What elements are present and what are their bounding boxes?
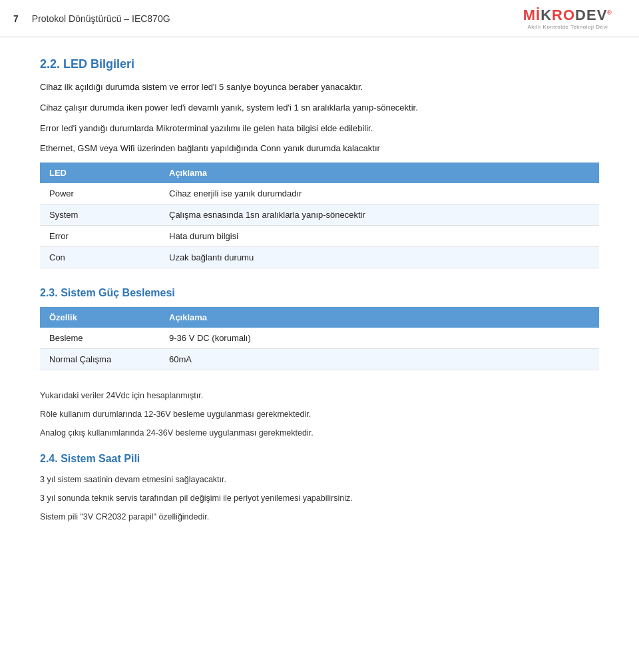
led-row-col1: System [40, 204, 160, 226]
power-table-row: Besleme9-36 V DC (korumalı) [40, 328, 599, 349]
power-row-col2: 9-36 V DC (korumalı) [160, 328, 599, 349]
led-paragraph-1: Cihaz ilk açıldığı durumda sistem ve err… [40, 81, 599, 95]
power-table-header-col2: Açıklama [160, 307, 599, 328]
led-table-header-col2: Açıklama [160, 163, 599, 183]
led-row-col1: Con [40, 247, 160, 268]
led-table-header-col1: LED [40, 163, 160, 183]
led-section-heading: 2.2. LED Bilgileri [40, 57, 599, 71]
led-row-col2: Çalışma esnasında 1sn aralıklarla yanıp-… [160, 204, 599, 226]
led-row-col2: Hata durum bilgisi [160, 226, 599, 247]
power-table: Özellik Açıklama Besleme9-36 V DC (korum… [40, 307, 599, 370]
power-section-heading: 2.3. Sistem Güç Beslemesi [40, 287, 599, 299]
led-row-col2: Cihaz enerjili ise yanık durumdadır [160, 183, 599, 204]
rtc-note-1: 3 yıl sistem saatinin devam etmesini sağ… [40, 473, 599, 486]
page-number: 7 [13, 13, 19, 24]
power-table-header-col1: Özellik [40, 307, 160, 328]
led-table-row: SystemÇalışma esnasında 1sn aralıklarla … [40, 204, 599, 226]
led-row-col2: Uzak bağlantı durumu [160, 247, 599, 268]
led-table: LED Açıklama PowerCihaz enerjili ise yan… [40, 163, 599, 268]
power-row-col1: Besleme [40, 328, 160, 349]
power-row-col1: Normal Çalışma [40, 349, 160, 370]
led-paragraph-2: Cihaz çalışır durumda iken power led'i d… [40, 101, 599, 115]
rtc-note-2: 3 yıl sonunda teknik servis tarafından p… [40, 492, 599, 505]
rtc-note-3: Sistem pili "3V CR2032 parapil" özelliği… [40, 510, 599, 523]
led-paragraph-4: Ethernet, GSM veya Wifi üzerinden bağlan… [40, 142, 599, 156]
main-content: 2.2. LED Bilgileri Cihaz ilk açıldığı du… [0, 37, 639, 549]
led-table-row: ConUzak bağlantı durumu [40, 247, 599, 268]
led-table-row: ErrorHata durum bilgisi [40, 226, 599, 247]
led-table-row: PowerCihaz enerjili ise yanık durumdadır [40, 183, 599, 204]
logo-brand: MİKRODEV® [523, 7, 612, 24]
company-logo: MİKRODEV® Akıllı Kontrolde Teknoloji Dev… [523, 7, 612, 30]
rtc-section-heading: 2.4. Sistem Saat Pili [40, 453, 599, 465]
led-row-col1: Power [40, 183, 160, 204]
power-note-1: Yukarıdaki veriler 24Vdc için hesaplanmı… [40, 389, 599, 402]
power-row-col2: 60mA [160, 349, 599, 370]
power-note-3: Analog çıkış kullanımlarında 24-36V besl… [40, 426, 599, 440]
power-note-2: Röle kullanım durumlarında 12-36V beslem… [40, 408, 599, 421]
page-header: 7 Protokol Dönüştürücü – IEC870G MİKRODE… [0, 0, 639, 37]
led-row-col1: Error [40, 226, 160, 247]
power-table-row: Normal Çalışma60mA [40, 349, 599, 370]
logo-subtitle: Akıllı Kontrolde Teknoloji Devi [528, 24, 608, 30]
document-title: Protokol Dönüştürücü – IEC870G [32, 13, 170, 24]
led-paragraph-3: Error led'i yandığı durumlarda Mikroterm… [40, 122, 599, 136]
